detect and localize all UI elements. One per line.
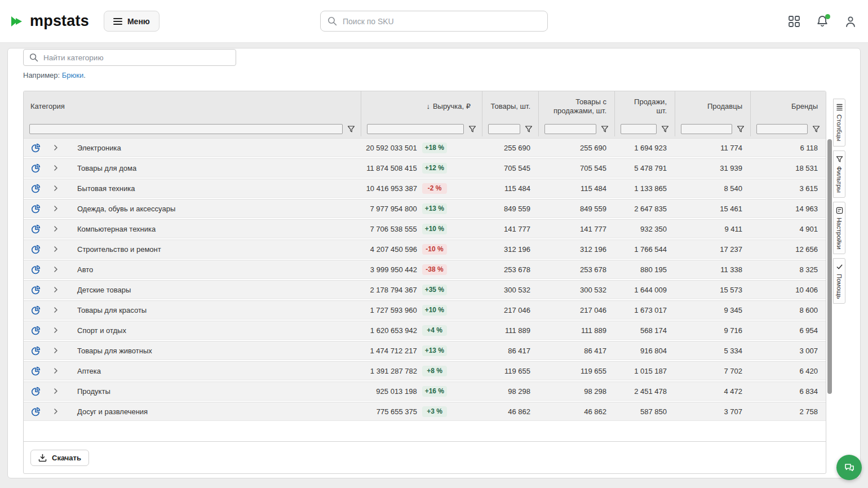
- trend-badge: +13 %: [422, 345, 447, 356]
- column-filter-input[interactable]: [756, 124, 808, 134]
- table-row[interactable]: Строительство и ремонт 4 207 450 596 -10…: [24, 239, 826, 259]
- table-row[interactable]: Товары для красоты 1 727 593 960 +10 % 2…: [24, 300, 826, 320]
- column-header-brands[interactable]: Бренды: [750, 91, 826, 122]
- column-header-revenue[interactable]: ↓Выручка, ₽: [361, 91, 482, 122]
- products-with-sales-value: 300 532: [538, 281, 614, 299]
- pie-chart-icon[interactable]: [30, 224, 41, 234]
- sellers-value: 8 540: [675, 179, 750, 197]
- pie-chart-icon[interactable]: [30, 143, 41, 153]
- profile-button[interactable]: [843, 14, 858, 29]
- search-icon: [29, 53, 38, 62]
- revenue-value: 775 655 375: [377, 407, 417, 416]
- menu-button[interactable]: Меню: [104, 11, 160, 32]
- expand-chevron-icon[interactable]: [52, 408, 59, 415]
- filter-funnel-icon[interactable]: [661, 125, 669, 133]
- trend-badge: +18 %: [422, 143, 447, 153]
- expand-chevron-icon[interactable]: [52, 307, 59, 313]
- pie-chart-icon[interactable]: [30, 203, 41, 214]
- trend-badge: +3 %: [422, 406, 447, 417]
- tab-help[interactable]: Помощь: [833, 258, 845, 304]
- pie-chart-icon[interactable]: [30, 305, 41, 316]
- column-header-products-with-sales[interactable]: Товары с продажами, шт.: [538, 91, 614, 122]
- tab-filters[interactable]: Фильтры: [833, 150, 845, 198]
- filter-funnel-icon[interactable]: [347, 125, 355, 133]
- column-filter-input[interactable]: [681, 124, 732, 134]
- products-value: 46 862: [482, 402, 538, 420]
- sku-search-input[interactable]: [343, 17, 541, 26]
- table-row[interactable]: Продукты 925 013 198 +16 % 98 298 98 298…: [24, 381, 826, 401]
- apps-grid-button[interactable]: [787, 14, 801, 29]
- expand-chevron-icon[interactable]: [52, 225, 59, 232]
- column-filter-input[interactable]: [488, 124, 520, 134]
- expand-chevron-icon[interactable]: [52, 388, 59, 394]
- products-with-sales-value: 253 678: [538, 260, 614, 278]
- pie-chart-icon[interactable]: [30, 285, 41, 295]
- table-row[interactable]: Компьютерная техника 7 706 538 555 +10 %…: [24, 219, 826, 238]
- pie-chart-icon[interactable]: [30, 183, 41, 194]
- column-filter-input[interactable]: [544, 124, 596, 134]
- filter-funnel-icon[interactable]: [737, 125, 745, 133]
- expand-chevron-icon[interactable]: [52, 266, 59, 273]
- pie-chart-icon[interactable]: [30, 366, 41, 376]
- expand-chevron-icon[interactable]: [52, 246, 59, 252]
- column-filter-input[interactable]: [367, 124, 464, 134]
- mpstats-logo[interactable]: mpstats: [10, 12, 89, 30]
- column-header-products[interactable]: Товары, шт.: [482, 91, 538, 122]
- table-row[interactable]: Товары для дома 11 874 508 415 +12 % 705…: [24, 158, 826, 178]
- filter-funnel-icon[interactable]: [525, 125, 533, 133]
- products-value: 253 678: [482, 260, 538, 278]
- expand-chevron-icon[interactable]: [52, 347, 59, 354]
- scrollbar-thumb[interactable]: [827, 139, 832, 394]
- filter-funnel-icon[interactable]: [468, 125, 476, 133]
- table-row[interactable]: Авто 3 999 950 442 -38 % 253 678 253 678…: [24, 260, 826, 279]
- expand-chevron-icon[interactable]: [52, 205, 59, 212]
- pie-chart-icon[interactable]: [30, 406, 41, 417]
- sales-value: 1 673 017: [614, 301, 675, 319]
- category-search-input[interactable]: [43, 54, 230, 62]
- table-row[interactable]: Спорт и отдых 1 620 653 942 +4 % 111 889…: [24, 321, 826, 340]
- menu-button-label: Меню: [127, 17, 150, 26]
- notifications-button[interactable]: [815, 14, 830, 29]
- table-row[interactable]: Электроника 20 592 033 501 +18 % 255 690…: [24, 138, 826, 157]
- column-filter-input[interactable]: [621, 124, 657, 134]
- category-name: Детские товары: [77, 286, 131, 294]
- sellers-value: 11 338: [675, 260, 750, 278]
- table-row[interactable]: Одежда, обувь и аксессуары 7 977 954 800…: [24, 199, 826, 218]
- pie-chart-icon[interactable]: [30, 264, 41, 275]
- table-row[interactable]: Досуг и развлечения 775 655 375 +3 % 46 …: [24, 402, 826, 421]
- column-header-sellers[interactable]: Продавцы: [675, 91, 750, 122]
- expand-chevron-icon[interactable]: [52, 286, 59, 293]
- filter-funnel-icon[interactable]: [601, 125, 609, 133]
- tab-columns[interactable]: Столбцы: [833, 99, 845, 147]
- revenue-value: 3 999 950 442: [370, 265, 417, 274]
- download-button[interactable]: Скачать: [30, 450, 89, 466]
- filter-funnel-icon[interactable]: [812, 125, 820, 133]
- pie-chart-icon[interactable]: [30, 386, 41, 397]
- products-with-sales-value: 98 298: [538, 382, 614, 400]
- trend-badge: +8 %: [422, 366, 447, 376]
- table-row[interactable]: Товары для животных 1 474 712 217 +13 % …: [24, 341, 826, 360]
- expand-chevron-icon[interactable]: [52, 165, 59, 171]
- expand-chevron-icon[interactable]: [52, 185, 59, 192]
- pie-chart-icon[interactable]: [30, 244, 41, 255]
- column-header-category[interactable]: Категория: [24, 91, 361, 122]
- pie-chart-icon[interactable]: [30, 325, 41, 336]
- table-row[interactable]: Бытовая техника 10 416 953 387 -2 % 115 …: [24, 179, 826, 198]
- trend-badge: +35 %: [422, 285, 447, 295]
- columns-icon: [836, 104, 843, 111]
- expand-chevron-icon[interactable]: [52, 144, 59, 151]
- categories-table-area: Категория ↓Выручка, ₽ Товары, шт. Товары…: [23, 91, 860, 474]
- column-header-label: Товары с продажами, шт.: [547, 97, 606, 116]
- table-row[interactable]: Детские товары 2 178 794 367 +35 % 300 5…: [24, 280, 826, 299]
- pie-chart-icon[interactable]: [30, 345, 41, 356]
- chat-support-button[interactable]: [836, 455, 862, 480]
- table-row[interactable]: Аптека 1 391 287 782 +8 % 119 655 119 65…: [24, 361, 826, 380]
- example-category-link[interactable]: Брюки: [62, 71, 83, 79]
- column-filter-input[interactable]: [29, 124, 343, 134]
- expand-chevron-icon[interactable]: [52, 367, 59, 374]
- tab-settings[interactable]: Настройки: [833, 202, 845, 254]
- column-header-sales[interactable]: Продажи, шт.: [614, 91, 675, 122]
- expand-chevron-icon[interactable]: [52, 327, 59, 334]
- pie-chart-icon[interactable]: [30, 163, 41, 174]
- category-name: Аптека: [77, 367, 101, 375]
